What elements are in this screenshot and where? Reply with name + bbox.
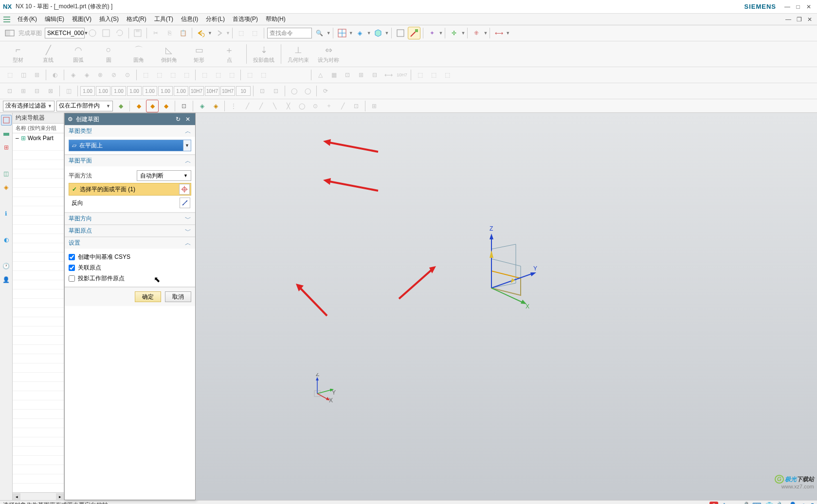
tool-constraint[interactable]: ⊥几何约束 — [284, 43, 312, 65]
snap-9-icon[interactable]: ╱ — [336, 100, 349, 112]
res-clock-icon[interactable]: 🕐 — [1, 261, 12, 271]
dim-3-icon[interactable]: ⊡ — [341, 69, 354, 81]
save-icon[interactable] — [131, 27, 144, 39]
menu-prefs[interactable]: 首选项(P) — [229, 14, 262, 25]
tool-arc[interactable]: ◠圆弧 — [64, 43, 92, 65]
dimval-1[interactable]: 1.00 — [80, 86, 95, 96]
cancel-button[interactable]: 取消 — [165, 291, 191, 302]
selection-scope-combo[interactable]: 仅在工作部件内 ▼ — [56, 101, 113, 111]
dialog-titlebar[interactable]: ⚙ 创建草图 ↻ ✕ — [65, 113, 195, 125]
main-csys-triad[interactable]: Z Y X — [443, 220, 540, 317]
copy-icon[interactable]: ⎘ — [163, 27, 176, 39]
search-dropdown-icon[interactable]: ▼ — [327, 31, 331, 36]
cb-create-csys-input[interactable] — [69, 254, 75, 260]
tool-symmetric[interactable]: ⇔设为对称 — [314, 43, 343, 65]
cut-icon[interactable]: ✂ — [149, 27, 162, 39]
icon-17[interactable]: ⬚ — [243, 69, 256, 81]
icon-12[interactable]: ⬚ — [166, 69, 179, 81]
cb-project-origin[interactable]: 投影工作部件原点 — [69, 273, 191, 284]
res-hd3d-icon[interactable]: ◈ — [1, 182, 12, 193]
tool-reattach-icon[interactable] — [100, 27, 112, 39]
sketch-name-combo[interactable]: SKETCH_000 ▼ — [45, 28, 85, 38]
dimval-9[interactable]: 10H7 — [205, 86, 219, 96]
paste-icon[interactable]: 📋 — [177, 27, 189, 39]
command-search[interactable]: 查找命令 — [267, 28, 312, 38]
measure-icon[interactable]: ⟷ — [492, 27, 505, 39]
menu-info[interactable]: 信息(I) — [177, 14, 202, 25]
layer-icon[interactable]: ◈ — [354, 27, 366, 39]
wcs-icon[interactable]: ✦ — [426, 27, 438, 39]
status-skin-icon[interactable]: 👕 — [765, 502, 773, 504]
snap-1-icon[interactable]: ⋮ — [227, 100, 240, 112]
minimize-button[interactable]: — — [783, 3, 792, 11]
selection-filter-combo[interactable]: 没有选择过滤器 ▼ — [3, 101, 54, 111]
snap-2-icon[interactable]: ╱ — [241, 100, 254, 112]
dimtool-1[interactable]: ⊡ — [3, 85, 16, 97]
datum-icon[interactable]: ✢ — [448, 27, 460, 39]
redo-dropdown-icon[interactable]: ▼ — [226, 31, 230, 36]
dimval-5[interactable]: 1.00 — [143, 86, 157, 96]
section-settings-header[interactable]: 设置 ︿ — [65, 237, 195, 249]
res-reuse-icon[interactable]: ◫ — [1, 168, 12, 179]
section-sketch-orient-header[interactable]: 草图方向 ﹀ — [65, 213, 195, 224]
dim-10-icon[interactable]: ⬚ — [441, 69, 454, 81]
scroll-right-icon[interactable]: ▸ — [56, 493, 64, 500]
res-history-icon[interactable]: ◐ — [1, 234, 12, 245]
menu-help[interactable]: 帮助(H) — [262, 14, 290, 25]
dim-4-icon[interactable]: ⊞ — [355, 69, 367, 81]
dimval-3[interactable]: 1.00 — [111, 86, 126, 96]
sel-tool-4[interactable]: ◆ — [160, 100, 172, 112]
section-sketch-plane-header[interactable]: 草图平面 ︿ — [65, 155, 195, 166]
section-sketch-type-header[interactable]: 草图类型 ︿ — [65, 125, 195, 137]
tool-orient-icon[interactable] — [86, 27, 99, 39]
tree-expand-icon[interactable]: – — [16, 135, 19, 142]
navigator-column-header[interactable]: 名称 (按约束分组 — [13, 124, 64, 133]
pattern-icon[interactable]: ⁜ — [470, 27, 483, 39]
dimtool-6[interactable]: ⊡ — [256, 85, 269, 97]
tool-profile[interactable]: ⌐型材 — [4, 43, 32, 65]
finish-sketch-button[interactable] — [3, 27, 16, 39]
snap-7-icon[interactable]: ⊙ — [309, 100, 322, 112]
measure-dropdown-icon[interactable]: ▼ — [506, 31, 510, 36]
render-icon[interactable] — [372, 27, 384, 39]
tool-a-icon[interactable]: ⬚ — [235, 27, 248, 39]
dim-5-icon[interactable]: ⊟ — [368, 69, 381, 81]
dialog-close-button[interactable]: ✕ — [183, 115, 192, 124]
dimtool-8[interactable]: ◯ — [288, 85, 300, 97]
snap-6-icon[interactable]: ◯ — [295, 100, 308, 112]
clip-icon[interactable] — [394, 27, 407, 39]
menu-view[interactable]: 视图(V) — [68, 14, 95, 25]
section-sketch-origin-header[interactable]: 草图原点 ﹀ — [65, 225, 195, 236]
sel-tool-1[interactable]: ◆ — [114, 100, 127, 112]
res-constraint-nav-icon[interactable] — [1, 115, 12, 126]
snap-4-icon[interactable]: ╲ — [268, 100, 281, 112]
tool-b-icon[interactable]: ⬚ — [249, 27, 261, 39]
snap-3-icon[interactable]: ╱ — [254, 100, 267, 112]
icon-1[interactable]: ⬚ — [3, 69, 16, 81]
close-button[interactable]: ✕ — [804, 3, 813, 11]
sel-tool-3[interactable]: ◆ — [146, 100, 159, 112]
res-roles-icon[interactable]: 👤 — [1, 274, 12, 285]
icon-8[interactable]: ⊘ — [108, 69, 120, 81]
status-tool-icon[interactable]: 🔧 — [777, 502, 785, 504]
dimval-2[interactable]: 1.00 — [96, 86, 110, 96]
tool-circle[interactable]: ○圆 — [94, 43, 123, 65]
icon-18[interactable]: ⬚ — [257, 69, 270, 81]
tool-project[interactable]: ⇣投影曲线 — [250, 43, 278, 65]
plane-method-combo[interactable]: 自动判断 ▼ — [137, 170, 191, 181]
icon-4[interactable]: ◐ — [49, 69, 61, 81]
search-icon[interactable]: 🔍 — [313, 27, 326, 39]
menu-analysis[interactable]: 分析(L) — [202, 14, 229, 25]
specify-point-button[interactable] — [179, 184, 190, 195]
dimval-10[interactable]: 10H7 — [220, 86, 235, 96]
dim-8-icon[interactable]: ⬚ — [414, 69, 426, 81]
sel-tool-2[interactable]: ◆ — [132, 100, 145, 112]
icon-15[interactable]: ⬚ — [212, 69, 224, 81]
undo-dropdown-icon[interactable]: ▼ — [208, 31, 212, 36]
doc-close-button[interactable]: ✕ — [805, 16, 814, 23]
dialog-reset-button[interactable]: ↻ — [174, 115, 182, 124]
doc-restore-button[interactable]: ❐ — [795, 16, 803, 23]
view-menu-icon[interactable] — [336, 27, 348, 39]
dimtool-7[interactable]: ⊡ — [270, 85, 282, 97]
select-plane-row[interactable]: ✓ 选择平的面或平面 (1) — [69, 183, 191, 196]
